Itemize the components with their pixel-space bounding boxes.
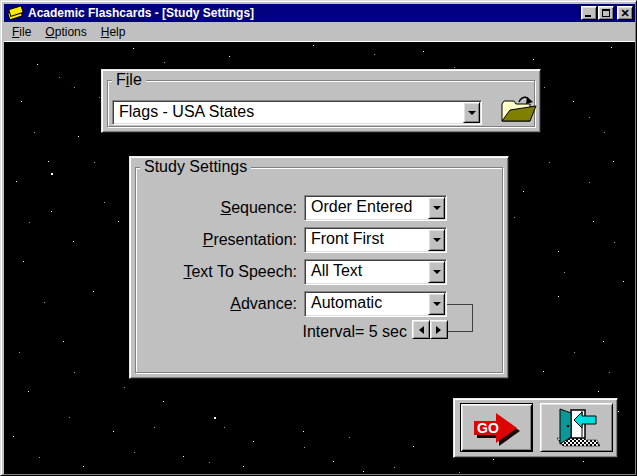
window-title: Academic Flashcards - [Study Settings] bbox=[28, 6, 581, 20]
chevron-down-icon bbox=[433, 270, 441, 278]
presentation-label: Presentation: bbox=[140, 227, 297, 253]
maximize-icon bbox=[602, 9, 610, 17]
advance-value: Automatic bbox=[305, 292, 427, 316]
starfield-bright bbox=[4, 42, 6, 44]
file-combobox-value: Flags - USA States bbox=[113, 101, 462, 124]
advance-label: Advance: bbox=[140, 291, 297, 317]
presentation-dropdown-button[interactable] bbox=[428, 229, 445, 251]
interval-label: Interval= 5 sec bbox=[140, 322, 407, 342]
text-to-speech-value: All Text bbox=[305, 260, 427, 284]
file-combobox[interactable]: Flags - USA States bbox=[112, 100, 482, 125]
text-to-speech-label: Text To Speech: bbox=[140, 259, 297, 285]
open-folder-icon[interactable] bbox=[499, 94, 539, 128]
text-to-speech-combobox[interactable]: All Text bbox=[304, 259, 447, 285]
action-panel: GO bbox=[453, 398, 618, 458]
text-to-speech-dropdown-button[interactable] bbox=[428, 261, 445, 283]
presentation-combobox[interactable]: Front First bbox=[304, 227, 447, 253]
chevron-down-icon bbox=[433, 238, 441, 246]
go-button-label: GO bbox=[477, 420, 499, 436]
close-button[interactable]: ✕ bbox=[617, 6, 633, 20]
interval-increase-button[interactable] bbox=[430, 320, 448, 339]
presentation-value: Front First bbox=[305, 228, 427, 252]
go-button[interactable]: GO bbox=[460, 403, 533, 452]
sequence-value: Order Entered bbox=[305, 196, 427, 220]
titlebar[interactable]: Academic Flashcards - [Study Settings] ✕ bbox=[4, 4, 635, 22]
sequence-combobox[interactable]: Order Entered bbox=[304, 195, 447, 221]
close-icon: ✕ bbox=[618, 6, 632, 20]
arrow-right-icon bbox=[436, 326, 445, 334]
menu-bar: File Options Help bbox=[4, 22, 635, 42]
app-window: Academic Flashcards - [Study Settings] ✕… bbox=[0, 0, 637, 476]
file-combobox-dropdown-button[interactable] bbox=[463, 102, 480, 123]
go-arrow-icon: GO bbox=[471, 409, 523, 447]
arrow-left-icon bbox=[415, 326, 424, 334]
study-groupbox-caption: Study Settings bbox=[140, 158, 251, 176]
sequence-label: Sequence: bbox=[140, 195, 297, 221]
minimize-icon bbox=[585, 15, 591, 17]
file-groupbox-caption: File bbox=[112, 71, 146, 89]
chevron-down-icon bbox=[433, 302, 441, 310]
advance-interval-connector bbox=[447, 304, 473, 332]
chevron-down-icon bbox=[433, 206, 441, 214]
minimize-button[interactable] bbox=[581, 6, 597, 20]
menu-help[interactable]: Help bbox=[94, 23, 133, 41]
exit-button[interactable] bbox=[540, 403, 613, 452]
study-settings-panel: Study Settings Sequence: Order Entered P… bbox=[129, 156, 509, 379]
sequence-dropdown-button[interactable] bbox=[428, 197, 445, 219]
exit-door-icon bbox=[554, 408, 600, 448]
interval-decrease-button[interactable] bbox=[412, 320, 430, 339]
menu-file[interactable]: File bbox=[5, 23, 38, 41]
interval-spinner bbox=[412, 320, 448, 339]
advance-combobox[interactable]: Automatic bbox=[304, 291, 447, 317]
advance-dropdown-button[interactable] bbox=[428, 293, 445, 315]
window-controls: ✕ bbox=[581, 6, 633, 20]
app-icon bbox=[6, 6, 24, 20]
maximize-button[interactable] bbox=[598, 6, 614, 20]
client-area: File Flags - USA States Study Settings S… bbox=[4, 42, 635, 474]
chevron-down-icon bbox=[468, 111, 476, 119]
menu-options[interactable]: Options bbox=[38, 23, 93, 41]
file-panel: File Flags - USA States bbox=[101, 69, 541, 133]
